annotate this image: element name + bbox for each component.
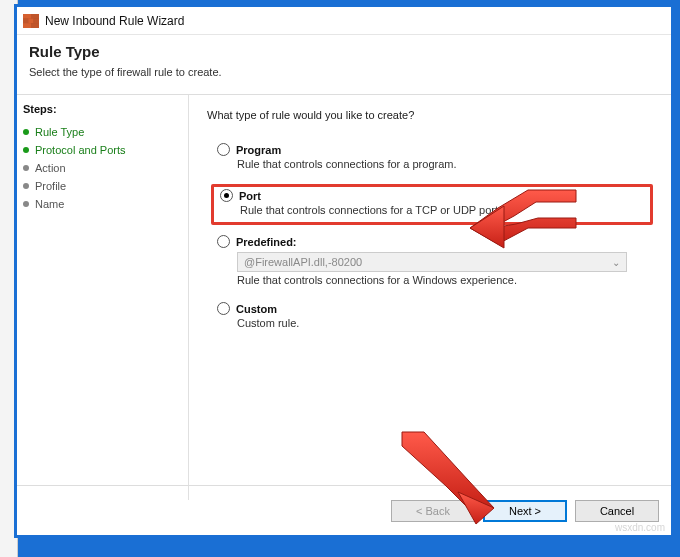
option-desc: Custom rule. bbox=[237, 317, 647, 329]
step-label: Protocol and Ports bbox=[35, 144, 126, 156]
watermark: wsxdn.com bbox=[615, 522, 665, 533]
svg-rect-3 bbox=[23, 18, 28, 23]
step-protocol-ports[interactable]: Protocol and Ports bbox=[23, 141, 182, 159]
step-name[interactable]: Name bbox=[23, 195, 182, 213]
bullet-icon bbox=[23, 183, 29, 189]
option-label[interactable]: Port bbox=[239, 190, 261, 202]
step-label: Rule Type bbox=[35, 126, 84, 138]
cancel-button[interactable]: Cancel bbox=[575, 500, 659, 522]
radio-predefined[interactable] bbox=[217, 235, 230, 248]
wizard-button-bar: < Back Next > Cancel bbox=[17, 485, 671, 535]
step-profile[interactable]: Profile bbox=[23, 177, 182, 195]
page-subtitle: Select the type of firewall rule to crea… bbox=[29, 66, 659, 78]
next-button[interactable]: Next > bbox=[483, 500, 567, 522]
svg-rect-7 bbox=[31, 23, 39, 28]
radio-program[interactable] bbox=[217, 143, 230, 156]
bullet-icon bbox=[23, 147, 29, 153]
radio-custom[interactable] bbox=[217, 302, 230, 315]
option-program: Program Rule that controls connections f… bbox=[211, 141, 653, 176]
step-label: Profile bbox=[35, 180, 66, 192]
bullet-icon bbox=[23, 129, 29, 135]
bullet-icon bbox=[23, 201, 29, 207]
chevron-down-icon: ⌄ bbox=[612, 257, 620, 268]
firewall-icon bbox=[23, 14, 39, 28]
svg-rect-5 bbox=[34, 18, 39, 23]
wizard-header: Rule Type Select the type of firewall ru… bbox=[17, 35, 671, 95]
option-desc: Rule that controls connections for a TCP… bbox=[240, 204, 644, 216]
wizard-window: New Inbound Rule Wizard Rule Type Select… bbox=[16, 6, 672, 536]
steps-sidebar: Steps: Rule Type Protocol and Ports Acti… bbox=[17, 95, 189, 500]
step-action[interactable]: Action bbox=[23, 159, 182, 177]
svg-rect-1 bbox=[23, 14, 31, 19]
option-label[interactable]: Predefined: bbox=[236, 236, 297, 248]
radio-port[interactable] bbox=[220, 189, 233, 202]
step-rule-type[interactable]: Rule Type bbox=[23, 123, 182, 141]
wizard-content: What type of rule would you like to crea… bbox=[189, 95, 671, 500]
svg-rect-4 bbox=[28, 18, 33, 23]
back-button[interactable]: < Back bbox=[391, 500, 475, 522]
option-label[interactable]: Custom bbox=[236, 303, 277, 315]
option-custom: Custom Custom rule. bbox=[211, 300, 653, 335]
dropdown-value: @FirewallAPI.dll,-80200 bbox=[244, 256, 362, 268]
window-title: New Inbound Rule Wizard bbox=[45, 14, 184, 28]
option-port: Port Rule that controls connections for … bbox=[211, 184, 653, 225]
step-label: Action bbox=[35, 162, 66, 174]
bullet-icon bbox=[23, 165, 29, 171]
predefined-dropdown[interactable]: @FirewallAPI.dll,-80200 ⌄ bbox=[237, 252, 627, 272]
titlebar[interactable]: New Inbound Rule Wizard bbox=[17, 7, 671, 35]
steps-header: Steps: bbox=[23, 103, 182, 115]
page-title: Rule Type bbox=[29, 43, 659, 60]
svg-rect-2 bbox=[31, 14, 39, 19]
svg-rect-6 bbox=[23, 23, 31, 28]
option-predefined: Predefined: @FirewallAPI.dll,-80200 ⌄ Ru… bbox=[211, 233, 653, 292]
rule-type-prompt: What type of rule would you like to crea… bbox=[207, 109, 653, 121]
step-label: Name bbox=[35, 198, 64, 210]
option-desc: Rule that controls connections for a pro… bbox=[237, 158, 647, 170]
option-desc: Rule that controls connections for a Win… bbox=[237, 274, 647, 286]
option-label[interactable]: Program bbox=[236, 144, 281, 156]
